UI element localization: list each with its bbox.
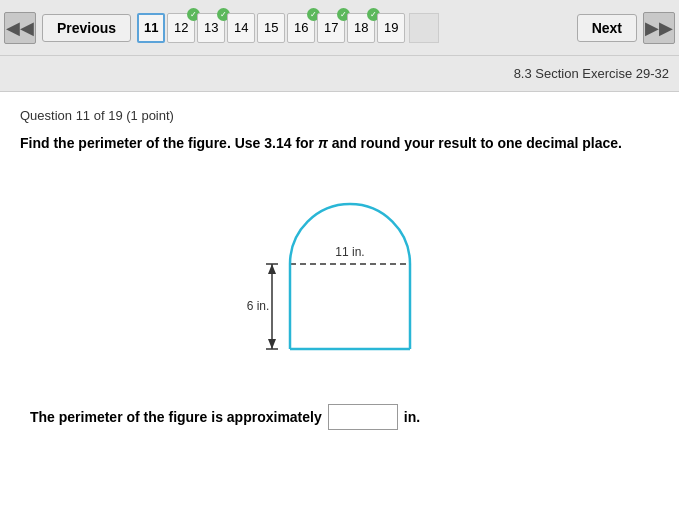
svg-marker-9: [268, 339, 276, 349]
section-exercise-label: 8.3 Section Exercise 29-32: [514, 66, 669, 81]
svg-text:11 in.: 11 in.: [335, 245, 364, 259]
nav-num-12[interactable]: 12✓: [167, 13, 195, 43]
question-meta: Question 11 of 19 (1 point): [20, 108, 174, 123]
previous-button[interactable]: Previous: [42, 14, 131, 42]
navigation-bar: ◀◀ Previous 1112✓13✓141516✓17✓18✓19 Next…: [0, 0, 679, 56]
svg-text:6 in.: 6 in.: [246, 299, 269, 313]
next-button[interactable]: Next: [577, 14, 637, 42]
nav-num-19[interactable]: 19: [377, 13, 405, 43]
nav-spacer: [409, 13, 439, 43]
answer-area: The perimeter of the figure is approxima…: [20, 404, 659, 430]
next-arrow-icon[interactable]: ▶▶: [643, 12, 675, 44]
section-label-bar: 8.3 Section Exercise 29-32: [0, 56, 679, 92]
nav-num-15[interactable]: 15: [257, 13, 285, 43]
nav-num-13[interactable]: 13✓: [197, 13, 225, 43]
figure-svg: 11 in. 6 in.: [230, 174, 450, 374]
main-content: Question 11 of 19 (1 point) Find the per…: [0, 92, 679, 446]
figure-container: 11 in. 6 in.: [230, 174, 450, 374]
answer-unit: in.: [404, 409, 420, 425]
nav-num-11[interactable]: 11: [137, 13, 165, 43]
nav-num-16[interactable]: 16✓: [287, 13, 315, 43]
figure-area: 11 in. 6 in.: [20, 174, 659, 374]
svg-marker-8: [268, 264, 276, 274]
question-header: Question 11 of 19 (1 point): [20, 108, 659, 123]
answer-input[interactable]: [328, 404, 398, 430]
answer-prefix: The perimeter of the figure is approxima…: [30, 409, 322, 425]
nav-num-18[interactable]: 18✓: [347, 13, 375, 43]
prev-arrow-icon[interactable]: ◀◀: [4, 12, 36, 44]
question-numbers: 1112✓13✓141516✓17✓18✓19: [137, 13, 571, 43]
question-text: Find the perimeter of the figure. Use 3.…: [20, 133, 659, 154]
nav-num-17[interactable]: 17✓: [317, 13, 345, 43]
nav-num-14[interactable]: 14: [227, 13, 255, 43]
